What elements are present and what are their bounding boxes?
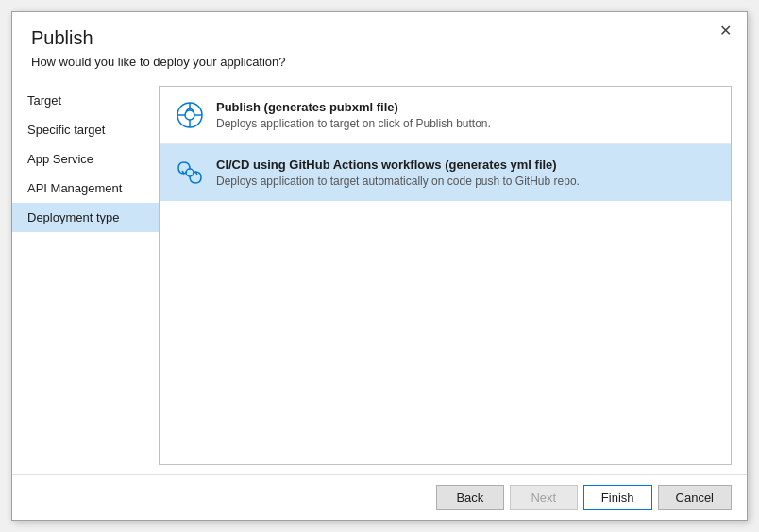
sidebar: TargetSpecific targetApp ServiceAPI Mana… bbox=[12, 86, 159, 474]
back-button[interactable]: Back bbox=[436, 485, 504, 510]
sidebar-item-specific-target[interactable]: Specific target bbox=[12, 115, 159, 144]
finish-button[interactable]: Finish bbox=[583, 485, 652, 510]
close-button[interactable]: ✕ bbox=[714, 20, 737, 42]
dialog-footer: Back Next Finish Cancel bbox=[12, 474, 747, 520]
option-title-publish-pubxml: Publish (generates pubxml file) bbox=[216, 100, 716, 114]
sidebar-item-deployment-type[interactable]: Deployment type bbox=[12, 203, 159, 232]
dialog-subtitle: How would you like to deploy your applic… bbox=[31, 55, 728, 69]
cancel-button[interactable]: Cancel bbox=[658, 485, 732, 510]
publish-dialog: ✕ Publish How would you like to deploy y… bbox=[11, 11, 748, 521]
option-cicd-github[interactable]: CI/CD using GitHub Actions workflows (ge… bbox=[160, 144, 731, 201]
option-text-cicd-github: CI/CD using GitHub Actions workflows (ge… bbox=[216, 158, 716, 188]
dialog-header: Publish How would you like to deploy you… bbox=[12, 12, 747, 76]
next-button[interactable]: Next bbox=[510, 485, 578, 510]
dialog-body: TargetSpecific targetApp ServiceAPI Mana… bbox=[12, 76, 747, 474]
option-publish-pubxml[interactable]: Publish (generates pubxml file)Deploys a… bbox=[160, 87, 731, 144]
dialog-title: Publish bbox=[31, 27, 728, 49]
option-text-publish-pubxml: Publish (generates pubxml file)Deploys a… bbox=[216, 100, 716, 130]
option-title-cicd-github: CI/CD using GitHub Actions workflows (ge… bbox=[216, 158, 716, 172]
content-area: Publish (generates pubxml file)Deploys a… bbox=[159, 86, 732, 465]
sidebar-item-app-service[interactable]: App Service bbox=[12, 144, 159, 174]
option-desc-cicd-github: Deploys application to target automatica… bbox=[216, 175, 716, 188]
publish-icon bbox=[175, 100, 205, 130]
cicd-icon bbox=[175, 158, 205, 188]
svg-point-6 bbox=[186, 169, 194, 176]
option-desc-publish-pubxml: Deploys application to target on click o… bbox=[216, 117, 716, 130]
sidebar-item-api-management[interactable]: API Management bbox=[12, 174, 159, 203]
sidebar-item-target[interactable]: Target bbox=[12, 86, 159, 115]
